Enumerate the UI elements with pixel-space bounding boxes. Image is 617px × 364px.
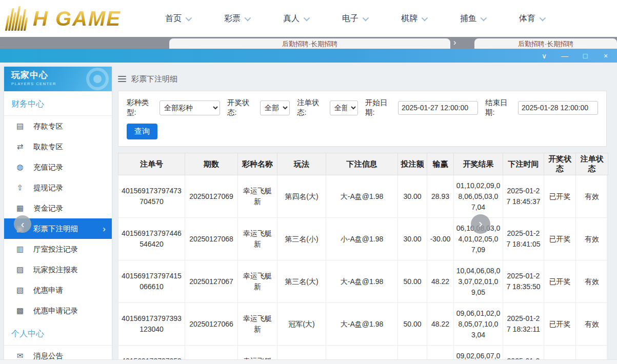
table-row: 40156917379739312304020250127066幸运飞艇新冠军(…	[118, 303, 608, 346]
window-collapse-icon[interactable]: ∨	[540, 52, 548, 59]
table-cell: 已开奖	[544, 303, 576, 346]
table-cell: 401569173797393123040	[118, 303, 185, 346]
nav-item-label: 真人	[283, 13, 300, 24]
sidebar-item-hall-bet-records[interactable]: ▥ 厅室投注记录 ›	[4, 239, 112, 259]
sidebar-item-promo-apply-records[interactable]: ▩ 优惠申请记录 ›	[4, 300, 112, 321]
chevron-down-icon	[422, 14, 428, 21]
start-date-input[interactable]	[398, 101, 478, 115]
table-cell: 幸运飞艇新	[238, 218, 277, 260]
menu-icon[interactable]	[118, 76, 126, 82]
table-cell: 幸运飞艇新	[238, 260, 277, 303]
window-titlebar: ∨ — □ ×	[0, 49, 617, 63]
table-cell: 2025-01-27 18:45:37	[503, 175, 544, 218]
sidebar-header: 玩家中心 PLAYERS CENTER	[4, 67, 112, 91]
sidebar-item-recharge-records[interactable]: ◍ 充值记录 ›	[4, 157, 112, 177]
table-cell: 有效	[576, 303, 608, 346]
search-button[interactable]: 查询	[127, 124, 157, 139]
table-cell: 20250127066	[185, 303, 238, 346]
bet-table-panel: 注单号 期数 彩种名称 玩法 下注信息 投注额 输赢	[118, 153, 607, 364]
chevron-right-icon: ›	[479, 217, 482, 231]
brand-logo[interactable]: H GAME	[7, 5, 121, 32]
table-cell: 48.22	[427, 260, 454, 303]
table-cell: 有效	[576, 175, 608, 218]
chevron-down-icon	[363, 14, 369, 21]
banner-next-icon: ›	[453, 38, 456, 47]
brand-logo-icon	[5, 6, 30, 31]
column-header: 开奖结果	[454, 153, 503, 175]
table-cell: 50.00	[398, 303, 427, 346]
hall-bet-records-icon: ▥	[15, 245, 25, 254]
end-date-input[interactable]	[518, 101, 598, 115]
next-page-button[interactable]: ›	[471, 214, 490, 234]
nav-item-slots[interactable]: 电子	[342, 13, 367, 24]
window-minimize-icon[interactable]: —	[561, 52, 569, 59]
deposit-icon: ▤	[15, 122, 25, 131]
breadcrumb: 彩票下注明细	[118, 74, 607, 84]
lottery-type-select[interactable]: 全部彩种	[160, 100, 220, 115]
order-status-select[interactable]: 全部	[330, 100, 358, 115]
sidebar-item-label: 厅室投注记录	[33, 245, 78, 254]
promo-apply-icon: ▧	[15, 286, 25, 295]
horizontal-scrollbar[interactable]	[0, 359, 617, 364]
table-cell: 30.00	[398, 218, 427, 260]
page-title: 彩票下注明细	[131, 74, 177, 84]
promo-apply-records-icon: ▩	[15, 306, 25, 315]
window-body: 玩家中心 PLAYERS CENTER 财务中心 ▤ 存款专区 › ⇄ 取款专区…	[0, 63, 617, 364]
main-nav: 首页 彩票 真人 电子 棋牌 捕鱼	[165, 0, 544, 37]
table-body: 40156917379747370457020250127069幸运飞艇新第四名…	[118, 175, 608, 364]
chevron-left-icon: ‹	[21, 218, 25, 230]
window-maximize-icon[interactable]: □	[581, 52, 589, 59]
sidebar-item-label: 优惠申请	[33, 286, 63, 295]
background-banner-right-text: 后勤招聘·长期招聘	[518, 39, 573, 49]
table-cell: 2025-01-27 18:32:11	[503, 303, 544, 346]
table-cell: 幸运飞艇新	[238, 303, 277, 346]
table-cell: 10,04,06,08,03,07,02,01,09,05	[454, 260, 503, 303]
sidebar-item-promo-apply[interactable]: ▧ 优惠申请 ›	[4, 280, 112, 300]
table-cell: 已开奖	[544, 218, 576, 260]
nav-item-fishing[interactable]: 捕鱼	[460, 13, 485, 24]
table-cell: 2025-01-27 18:35:50	[503, 260, 544, 303]
start-date-label: 开始日期:	[365, 98, 395, 117]
table-cell: 小-A盘@1.98	[326, 218, 398, 260]
column-header: 投注额	[398, 153, 427, 175]
section-label-finance: 财务中心	[4, 91, 112, 116]
sidebar-item-withdraw[interactable]: ⇄ 取款专区 ›	[4, 136, 112, 157]
chevron-down-icon	[304, 14, 310, 21]
table-cell: 冠军(大)	[277, 303, 326, 346]
sidebar-item-label: 彩票下注明细	[33, 224, 78, 234]
sidebar-item-withdrawal-records[interactable]: ⇧ 提现记录 ›	[4, 177, 112, 198]
table-header-row: 注单号 期数 彩种名称 玩法 下注信息 投注额 输赢	[118, 153, 608, 175]
draw-status-select[interactable]: 全部	[260, 100, 290, 115]
table-row: 40156917379747370457020250127069幸运飞艇新第四名…	[118, 175, 608, 218]
prev-page-button[interactable]: ‹	[14, 215, 31, 233]
table-cell: 01,10,02,09,08,06,05,03,07,04	[454, 175, 503, 218]
table-row: 40156917379741506661020250127067幸运飞艇新第三名…	[118, 260, 608, 303]
filter-button-row: 查询	[127, 124, 598, 139]
column-header: 注单状态	[576, 153, 608, 175]
lottery-type-label: 彩种类型:	[127, 98, 156, 117]
window-close-icon[interactable]: ×	[602, 52, 610, 59]
nav-item-sports[interactable]: 体育	[519, 13, 544, 24]
sidebar-item-player-bet-report[interactable]: ▨ 玩家投注报表 ›	[4, 259, 112, 280]
table-cell: 幸运飞艇新	[238, 175, 277, 218]
column-header: 下注时间	[503, 153, 544, 175]
chevron-down-icon	[245, 14, 251, 21]
table-cell: 有效	[576, 260, 608, 303]
nav-item-label: 体育	[519, 13, 535, 24]
nav-item-label: 彩票	[224, 13, 241, 24]
table-cell: -30.00	[427, 218, 454, 260]
table-cell: 有效	[576, 218, 608, 260]
nav-item-board[interactable]: 棋牌	[401, 13, 426, 24]
table-cell: 20250127068	[185, 218, 238, 260]
sidebar-item-label: 存款专区	[33, 122, 63, 131]
nav-item-home[interactable]: 首页	[165, 13, 190, 24]
background-page-strip: 后勤招聘·长期招聘 › 后勤招聘·长期招聘	[0, 37, 617, 49]
nav-item-live[interactable]: 真人	[283, 13, 308, 24]
nav-item-lottery[interactable]: 彩票	[224, 13, 249, 24]
table-cell: 401569173797473704570	[118, 175, 185, 218]
table-cell: 50.00	[398, 260, 427, 303]
withdraw-icon: ⇄	[15, 142, 25, 151]
sidebar-item-deposit[interactable]: ▤ 存款专区 ›	[4, 116, 112, 136]
table-cell: 大-A盘@1.98	[326, 303, 398, 346]
column-header: 期数	[185, 153, 238, 175]
